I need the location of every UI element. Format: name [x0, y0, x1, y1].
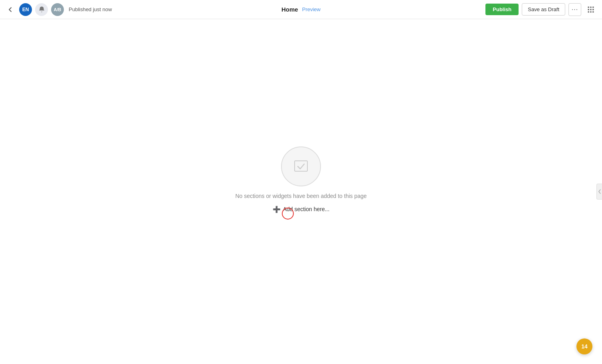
chevron-left-icon: [598, 189, 601, 194]
publish-button[interactable]: Publish: [485, 4, 519, 15]
empty-state-text: No sections or widgets have been added t…: [235, 193, 366, 199]
preview-link[interactable]: Preview: [302, 6, 321, 12]
avatar-ab[interactable]: A/B: [51, 3, 64, 16]
svg-rect-7: [590, 11, 591, 12]
main-content: No sections or widgets have been added t…: [0, 19, 602, 364]
svg-rect-5: [592, 9, 594, 10]
published-status: Published just now: [69, 6, 112, 12]
empty-state: No sections or widgets have been added t…: [235, 146, 366, 213]
avatar-en[interactable]: EN: [19, 3, 32, 16]
header: EN A/B Published just now Home Preview P…: [0, 0, 602, 19]
header-right: Publish Save as Draft ···: [485, 3, 597, 16]
svg-rect-0: [588, 6, 589, 8]
more-dots-icon: ···: [572, 6, 578, 13]
save-as-draft-button[interactable]: Save as Draft: [522, 3, 565, 16]
panel-toggle[interactable]: [596, 184, 602, 200]
svg-rect-9: [295, 161, 307, 171]
svg-rect-6: [588, 11, 589, 12]
checkmark-circle: [281, 146, 321, 186]
notification-badge[interactable]: 14: [576, 338, 592, 354]
svg-rect-4: [590, 9, 591, 10]
svg-rect-3: [588, 9, 589, 10]
avatar-bell[interactable]: [35, 3, 48, 16]
more-options-button[interactable]: ···: [568, 3, 581, 16]
header-left: EN A/B Published just now: [5, 3, 485, 16]
checkmark-icon: [291, 157, 311, 176]
header-center: Home Preview: [281, 6, 321, 13]
svg-rect-1: [590, 6, 591, 8]
add-icon: ➕: [273, 206, 281, 213]
notification-count: 14: [581, 343, 588, 350]
tree-view-button[interactable]: [584, 3, 597, 16]
add-section-label: Add section here...: [283, 206, 330, 212]
add-section-link[interactable]: ➕ Add section here...: [273, 206, 330, 213]
svg-rect-8: [592, 11, 594, 12]
page-title: Home: [281, 6, 298, 13]
svg-rect-2: [592, 6, 594, 8]
back-button[interactable]: [5, 4, 16, 15]
